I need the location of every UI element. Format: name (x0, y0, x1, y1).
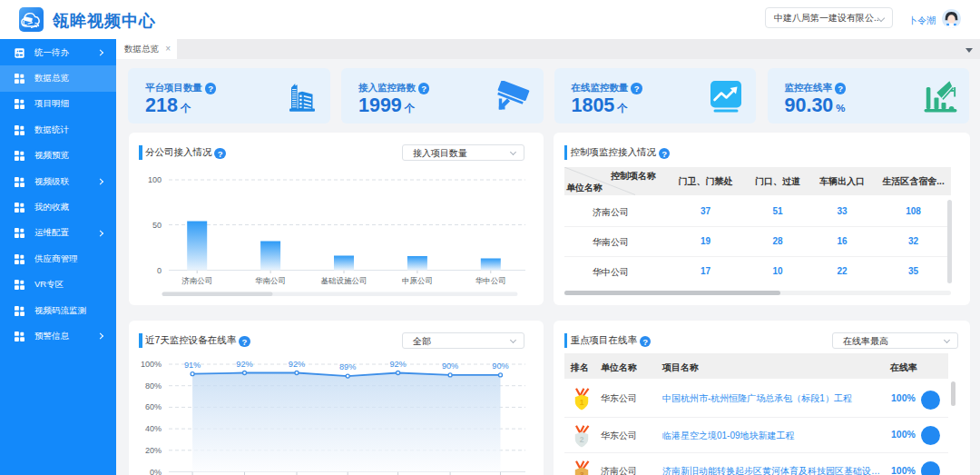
svg-text:基础设施公司: 基础设施公司 (320, 276, 367, 285)
svg-text:89%: 89% (339, 362, 356, 371)
svg-text:100: 100 (147, 175, 161, 184)
svg-text:3: 3 (580, 470, 584, 475)
svg-text:中原公司: 中原公司 (401, 276, 432, 285)
svg-text:华中公司: 华中公司 (475, 276, 505, 285)
svg-text:92%: 92% (236, 360, 252, 369)
svg-text:100%: 100% (140, 360, 161, 369)
svg-text:90%: 90% (441, 361, 457, 371)
svg-text:20%: 20% (144, 446, 161, 455)
svg-text:50: 50 (152, 221, 161, 230)
svg-text:91%: 91% (183, 361, 200, 370)
svg-text:60%: 60% (144, 402, 161, 411)
svg-text:92%: 92% (288, 360, 304, 369)
svg-text:济南公司: 济南公司 (181, 276, 212, 285)
svg-text:1: 1 (580, 398, 584, 407)
svg-text:0%: 0% (149, 468, 161, 475)
svg-text:2: 2 (580, 435, 584, 444)
svg-text:92%: 92% (389, 360, 406, 369)
svg-text:80%: 80% (144, 381, 161, 391)
svg-text:40%: 40% (144, 424, 161, 433)
svg-text:0: 0 (156, 266, 161, 275)
svg-text:华南公司: 华南公司 (255, 276, 286, 285)
svg-text:90%: 90% (492, 361, 508, 371)
